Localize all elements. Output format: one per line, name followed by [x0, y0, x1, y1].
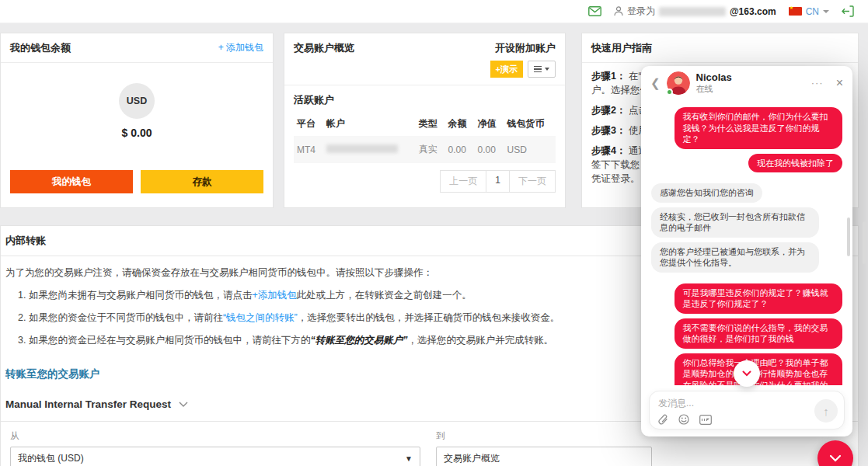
guide-card-title: 快速用户指南: [591, 41, 652, 55]
language-selector[interactable]: ★ CN: [789, 6, 829, 17]
divider: [284, 85, 565, 85]
transfer-step-link[interactable]: “钱包之间的转账”: [223, 312, 298, 323]
redacted-username: [659, 7, 726, 16]
from-select-value: 我的钱包 (USD): [18, 452, 84, 465]
transfer-step-link[interactable]: +添加钱包: [252, 290, 296, 301]
active-accounts-table: 平台帐户类型余额净值钱包货币 MT4真实0.000.00USD: [294, 113, 556, 163]
pagination-page-1[interactable]: 1: [486, 170, 510, 193]
open-additional-account-label: 开设附加账户: [495, 42, 556, 54]
active-accounts-title: 活跃账户: [294, 93, 556, 107]
from-select[interactable]: 我的钱包 (USD) ▼: [10, 447, 420, 466]
chat-message-user: 我不需要你们说的什么指导，我的交易做的很好，是你们扣了我的钱: [675, 318, 842, 349]
guide-step-label: 步骤4：: [591, 145, 629, 156]
redacted-account-number: [326, 144, 398, 153]
table-header-cell: 平台: [294, 113, 323, 136]
table-cell: 0.00: [445, 136, 475, 163]
table-cell: 0.00: [475, 136, 504, 163]
table-header-cell: 余额: [445, 113, 475, 136]
send-button[interactable]: ↑: [814, 399, 838, 423]
wallet-currency-badge: USD: [119, 83, 155, 119]
email-domain: @163.com: [730, 6, 776, 17]
chat-scrollbar[interactable]: [847, 217, 850, 256]
chevron-down-icon: ▼: [405, 454, 413, 463]
chat-agent-status: 在线: [696, 84, 805, 94]
pagination-prev-button[interactable]: 上一页: [440, 170, 486, 193]
add-wallet-link[interactable]: + 添加钱包: [218, 41, 263, 54]
chevron-down-icon: [179, 402, 188, 407]
gif-icon[interactable]: [699, 415, 712, 425]
table-cell: USD: [504, 136, 556, 163]
guide-step-label: 步骤3：: [591, 125, 629, 136]
chat-message-agent: 经核实，您已收到一封包含所有扣款信息的电子邮件: [651, 207, 819, 238]
live-chat-widget: ❮ Nicolas 在线 ··· × 我有收到你们的邮件，你们为什么要扣我钱？为…: [641, 66, 852, 436]
chat-message-agent: 感谢您告知我们您的咨询: [651, 183, 762, 203]
divider: [582, 62, 858, 63]
scroll-to-bottom-button[interactable]: [734, 360, 760, 387]
agent-avatar: [667, 71, 690, 95]
trading-accounts-card: 交易账户概览 开设附加账户 +演示 活跃账户 平台帐户类型余额净值钱包货币 MT…: [284, 33, 566, 208]
cn-flag-icon: ★: [789, 7, 802, 16]
page-scrollbar[interactable]: [863, 221, 866, 264]
from-label: 从: [10, 430, 420, 442]
my-wallet-button[interactable]: 我的钱包: [10, 170, 133, 193]
logged-in-as[interactable]: 登录为 @163.com: [614, 5, 776, 18]
table-row[interactable]: MT4真实0.000.00USD: [294, 136, 556, 163]
chevron-down-icon: [823, 10, 829, 13]
wallet-card-title: 我的钱包余额: [10, 41, 71, 55]
chat-agent-name: Nicolas: [696, 72, 805, 84]
emoji-icon[interactable]: [678, 414, 689, 425]
table-cell: MT4: [294, 136, 323, 163]
chat-close-icon[interactable]: ×: [836, 77, 843, 89]
transfer-step-emphasis: “转账至您的交易账户”: [310, 335, 407, 346]
wallet-balance-amount: $ 0.00: [10, 127, 263, 139]
topbar: 登录为 @163.com ★ CN: [0, 0, 868, 23]
accounts-card-title: 交易账户概览: [294, 41, 354, 55]
guide-step-label: 步骤1：: [591, 71, 629, 82]
guide-step-label: 步骤2：: [591, 105, 629, 116]
chevron-down-icon: [829, 454, 842, 462]
chevron-down-icon: [742, 370, 751, 377]
chat-options-icon[interactable]: ···: [811, 77, 824, 89]
hamburger-icon: [534, 66, 542, 73]
chat-input-placeholder: 发消息...: [658, 397, 835, 410]
mail-icon[interactable]: [588, 6, 601, 16]
pagination-next-button[interactable]: 下一页: [509, 170, 556, 193]
to-label: 到: [436, 430, 652, 442]
chat-header: ❮ Nicolas 在线 ··· ×: [641, 66, 852, 99]
logout-icon[interactable]: [842, 5, 854, 17]
add-demo-button[interactable]: +演示: [490, 61, 523, 78]
chat-message-user: 我有收到你们的邮件，你们为什么要扣我钱？为什么说我是违反了你们的规定？: [675, 107, 842, 149]
to-select[interactable]: 交易账户概览: [436, 447, 652, 466]
user-icon: [614, 6, 623, 16]
table-header-cell: 帐户: [323, 113, 416, 136]
table-header-cell: 净值: [475, 113, 504, 136]
wallet-balance-card: 我的钱包余额 + 添加钱包 USD $ 0.00 我的钱包 存款: [0, 33, 274, 208]
table-header-cell: 钱包货币: [504, 113, 556, 136]
chat-back-icon[interactable]: ❮: [650, 77, 661, 89]
login-prefix: 登录为: [627, 5, 655, 18]
to-select-value: 交易账户概览: [444, 452, 500, 465]
chat-message-user: 现在我的钱被扣除了: [748, 154, 842, 173]
pagination: 上一页 1 下一页: [294, 170, 556, 193]
manual-transfer-request-label: Manual Internal Transfer Request: [5, 398, 171, 410]
chat-message-list: 我有收到你们的邮件，你们为什么要扣我钱？为什么说我是违反了你们的规定？现在我的钱…: [641, 99, 852, 385]
table-cell: [323, 136, 416, 163]
table-header-cell: 类型: [416, 113, 445, 136]
table-cell: 真实: [416, 136, 445, 163]
chat-message-user: 可是我哪里违反你们的规定了？赚钱就是违反了你们规定了？: [675, 283, 842, 314]
chevron-down-icon: [545, 68, 549, 71]
account-type-menu-button[interactable]: [528, 61, 556, 78]
chat-input-box[interactable]: 发消息... ↑: [649, 391, 845, 429]
chat-message-agent: 您的客户经理已被通知与您联系，并为您提供个性化指导。: [651, 242, 819, 273]
language-code: CN: [806, 6, 819, 17]
deposit-button[interactable]: 存款: [141, 170, 263, 193]
attachment-icon[interactable]: [658, 414, 668, 425]
online-status-dot: [666, 89, 673, 96]
